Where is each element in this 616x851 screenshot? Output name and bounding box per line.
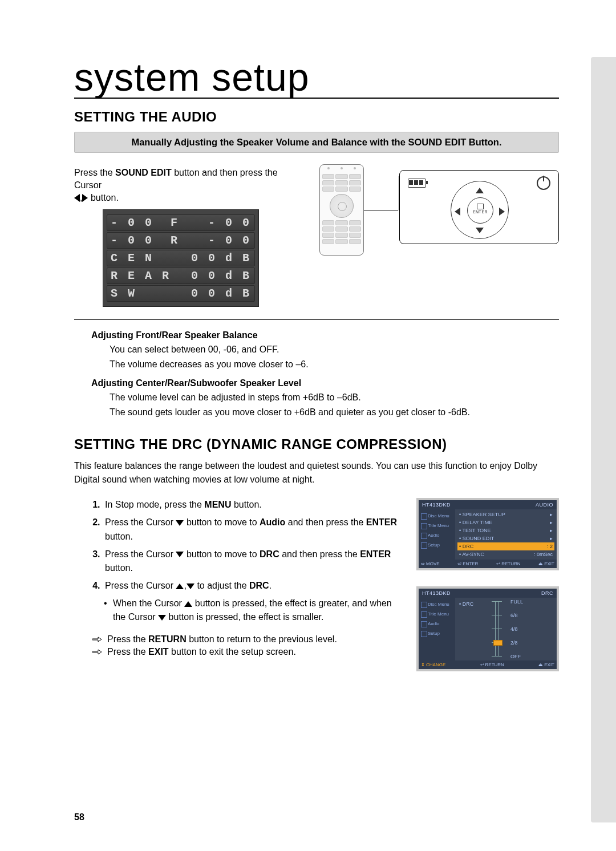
page-number: 58 (74, 812, 84, 822)
note: Press the EXIT button to exit the setup … (92, 647, 402, 657)
pointer-icon (92, 649, 102, 655)
osd-main: DRC FULL 6/8 4/8 2/8 OFF (455, 598, 557, 660)
osd-side-item: Audio (420, 619, 454, 629)
osd-side-item: Setup (420, 629, 454, 638)
enter-label: ENTER (468, 210, 493, 214)
osd-side-item: Audio (420, 530, 454, 540)
body-text: The volume level can be adjusted in step… (110, 391, 559, 404)
dpad-down-icon (476, 225, 484, 235)
manual-page: system setup SETTING THE AUDIO Manually … (0, 0, 616, 851)
cursor-down-icon (176, 520, 184, 526)
cursor-down-icon (158, 615, 166, 621)
lcd-row: S W0 0 d B (107, 285, 255, 302)
battery-icon (408, 179, 426, 188)
lcd-row: - 0 0 F- 0 0 (107, 214, 255, 231)
lcd-row: R E A R0 0 d B (107, 268, 255, 284)
drc-marker (493, 640, 502, 646)
drc-scale: FULL 6/8 4/8 2/8 OFF (495, 601, 499, 656)
osd-main: SPEAKER SETUP▸ DELAY TIME▸ TEST TONE▸ SO… (455, 509, 557, 560)
body-text: You can select between 00, -06, and OFF. (110, 343, 559, 356)
lcd-row: - 0 0 R- 0 0 (107, 232, 255, 249)
osd-footer: ⇔ MOVE ⏎ ENTER ↩ RETURN ⏏ EXIT (419, 560, 557, 568)
osd-side-item: Title Menu (420, 609, 454, 619)
cursor-up-icon (176, 583, 184, 589)
osd-screenshot-audio: HT413DKDAUDIO Disc Menu Title Menu Audio… (416, 498, 559, 570)
subheading-level: Adjusting Center/Rear/Subwoofer Speaker … (91, 378, 559, 388)
osd-column: HT413DKDAUDIO Disc Menu Title Menu Audio… (416, 498, 559, 687)
osd-side-item: Disc Menu (420, 599, 454, 609)
step: Press the Cursor button to move to DRC a… (103, 548, 402, 576)
osd-sidebar: Disc Menu Title Menu Audio Setup (419, 509, 455, 560)
highlight-banner: Manually Adjusting the Speaker Volume an… (74, 132, 559, 153)
step: Press the Cursor , to adjust the DRC. (103, 579, 402, 593)
lcd-display: - 0 0 F- 0 0 - 0 0 R- 0 0 C E N0 0 d B R… (103, 209, 259, 307)
osd-side-item: Title Menu (420, 521, 454, 530)
osd-breadcrumb: HT413DKD (422, 502, 451, 508)
subheading-balance: Adjusting Front/Rear Speaker Balance (91, 330, 559, 341)
steps-list: In Stop mode, press the MENU button. Pre… (74, 498, 402, 593)
section-heading-audio: SETTING THE AUDIO (74, 109, 559, 125)
steps-row: In Stop mode, press the MENU button. Pre… (74, 498, 559, 687)
osd-screenshot-drc: HT413DKDDRC Disc Menu Title Menu Audio S… (416, 586, 559, 671)
remote-outline (319, 164, 364, 256)
osd-sidebar: Disc Menu Title Menu Audio Setup (419, 598, 455, 660)
osd-footer: ⇕ CHANGE ↩ RETURN ⏏ EXIT (419, 660, 557, 669)
remote-wheel-icon (330, 194, 354, 218)
cursor-left-icon (74, 194, 80, 202)
intro-text: Press the SOUND EDIT button and then pre… (74, 167, 301, 204)
page-side-tab (591, 57, 616, 822)
lcd-row: C E N0 0 d B (107, 250, 255, 266)
divider (74, 319, 559, 320)
drc-intro: This feature balances the range between … (74, 459, 559, 487)
pointer-icon (92, 637, 102, 642)
cursor-down-icon (187, 583, 194, 589)
body-text: The volume decreases as you move closer … (110, 358, 559, 371)
intro-row: Press the SOUND EDIT button and then pre… (74, 164, 559, 307)
dpad-left-icon (455, 206, 460, 216)
osd-tab: DRC (541, 590, 553, 596)
body-text: The sound gets louder as you move closer… (110, 406, 559, 419)
note: Press the RETURN button to return to the… (92, 634, 402, 645)
notes: Press the RETURN button to return to the… (92, 634, 402, 657)
step: Press the Cursor button to move to Audio… (103, 516, 402, 544)
cursor-up-icon (184, 601, 192, 607)
enter-square-icon (477, 204, 484, 209)
intro-tail: button. (88, 193, 118, 202)
remote-diagram: ENTER (319, 164, 559, 261)
page-title: system setup (74, 57, 559, 99)
step: In Stop mode, press the MENU button. (103, 498, 402, 512)
cursor-down-icon (176, 552, 184, 557)
dpad-right-icon (499, 206, 505, 216)
intro-pre: Press the (74, 168, 115, 177)
osd-side-item: Disc Menu (420, 511, 454, 521)
dpad-closeup: ENTER (399, 170, 559, 244)
power-icon (537, 176, 550, 190)
osd-tab: AUDIO (536, 502, 553, 508)
dpad-up-icon (476, 185, 484, 195)
osd-side-item: Setup (420, 540, 454, 550)
sub-bullet: When the Cursor button is pressed, the e… (113, 597, 402, 624)
banner-text: Manually Adjusting the Speaker Volume an… (131, 137, 501, 147)
osd-breadcrumb: HT413DKD (422, 590, 451, 596)
cursor-right-icon (82, 194, 88, 202)
section-heading-drc: SETTING THE DRC (DYNAMIC RANGE COMPRESSI… (74, 436, 559, 452)
callout-line (364, 210, 398, 212)
dpad-enter: ENTER (467, 197, 493, 224)
dpad-wheel: ENTER (451, 181, 509, 239)
intro-bold: SOUND EDIT (115, 168, 172, 177)
